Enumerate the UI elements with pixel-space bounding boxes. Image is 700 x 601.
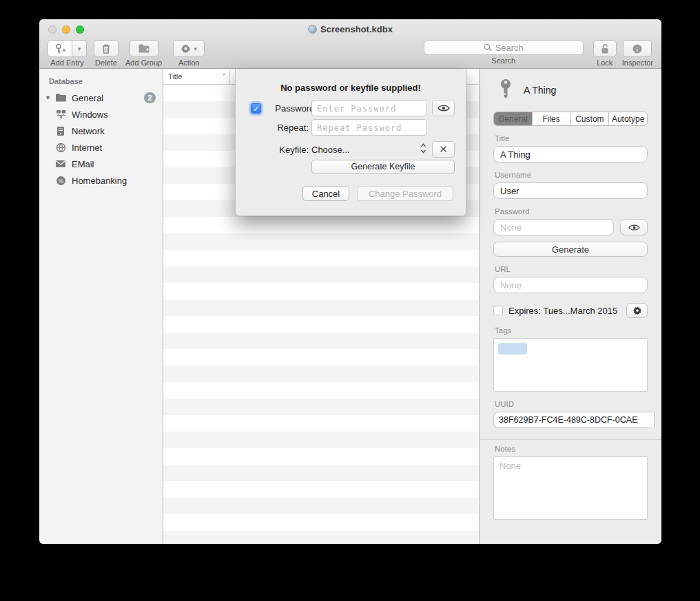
delete-label: Delete [95, 59, 117, 67]
percent-icon: % [54, 175, 67, 186]
sidebar-item-label: Internet [72, 143, 102, 153]
sidebar-item-label: General [72, 93, 103, 103]
enter-password-input[interactable] [311, 100, 427, 116]
entry-count-badge: 2 [144, 92, 156, 103]
sidebar-item-label: EMail [72, 159, 94, 169]
username-field[interactable] [493, 182, 648, 199]
reveal-password-button[interactable] [620, 219, 648, 235]
sidebar-item-label: Homebanking [72, 176, 127, 186]
add-group-label: Add Group [125, 59, 162, 67]
inspector-label: Inspector [622, 59, 653, 67]
inspector-panel: A Thing General Files Custom Autotype Ti… [480, 69, 661, 544]
svg-text:%: % [58, 177, 63, 184]
action-button[interactable]: ▾ [173, 40, 205, 57]
expires-checkbox[interactable] [493, 306, 503, 315]
gear-icon [181, 43, 191, 54]
tab-custom[interactable]: Custom [571, 112, 610, 125]
add-group-button[interactable] [130, 40, 158, 57]
tags-field[interactable] [493, 338, 648, 392]
key-icon [497, 78, 514, 102]
action-label: Action [178, 59, 200, 67]
url-field[interactable] [493, 277, 648, 293]
unlocked-padlock-icon [600, 43, 610, 54]
sidebar-item-general[interactable]: ▼ General 2 [39, 89, 163, 106]
add-entry-group: ▾ Add Entry [48, 40, 87, 67]
add-entry-dropdown[interactable]: ▾ [72, 40, 87, 57]
add-entry-label: Add Entry [50, 59, 83, 67]
lock-button[interactable] [593, 40, 617, 57]
sidebar-item-homebanking[interactable]: % Homebanking [39, 172, 163, 189]
globe-icon [54, 142, 67, 153]
generate-password-button[interactable]: Generate [493, 242, 648, 257]
title-field[interactable] [493, 146, 648, 162]
tab-autotype[interactable]: Autotype [609, 112, 647, 125]
notes-field[interactable]: None [493, 456, 648, 520]
uuid-field[interactable]: 38F629B7-FC4E-489C-8DCF-0CAE [493, 412, 655, 428]
server-icon [54, 125, 67, 136]
search-placeholder: Search [495, 43, 524, 53]
sidebar-item-label: Windows [72, 109, 108, 120]
tags-field-label: Tags [495, 326, 648, 335]
section-divider [480, 439, 661, 440]
sidebar: Database ▼ General 2 Windows Networ [39, 69, 163, 544]
repeat-password-input[interactable] [311, 119, 427, 136]
search-input[interactable]: Search [424, 40, 584, 55]
password-field[interactable] [493, 219, 614, 235]
sidebar-item-label: Network [72, 126, 105, 136]
username-field-label: Username [495, 171, 648, 179]
sidebar-item-internet[interactable]: Internet [39, 139, 163, 156]
sidebar-header: Database [39, 74, 163, 89]
keyfile-label: Keyfile: [248, 145, 309, 155]
column-header-title[interactable]: Title ⌃ [163, 72, 229, 81]
info-icon: i [632, 43, 643, 54]
cancel-button[interactable]: Cancel [302, 186, 349, 201]
eye-icon [438, 104, 450, 112]
close-x-icon: ✕ [439, 143, 448, 156]
search-icon [484, 43, 492, 52]
chevron-down-icon: ▾ [78, 45, 81, 52]
search-group: Search Search [424, 40, 584, 65]
add-entry-button[interactable] [48, 40, 72, 57]
sidebar-item-network[interactable]: Network [39, 123, 163, 139]
inspector-tabs: General Files Custom Autotype [493, 112, 648, 126]
reveal-password-button[interactable] [432, 100, 455, 116]
expires-label: Expires: Tues...March 2015 [508, 306, 621, 316]
inspector-button[interactable]: i [623, 40, 652, 57]
sidebar-item-windows[interactable]: Windows [39, 106, 163, 123]
keyfile-popup[interactable]: Choose... [311, 145, 350, 155]
delete-button[interactable] [94, 40, 119, 57]
delete-group: Delete [94, 40, 119, 67]
url-field-label: URL [495, 265, 648, 273]
sidebar-item-email[interactable]: EMail [39, 156, 163, 172]
generate-keyfile-button[interactable]: Generate Keyfile [311, 160, 455, 173]
folder-icon [54, 92, 67, 103]
stepper-icon[interactable] [420, 143, 426, 155]
eye-icon [628, 224, 640, 231]
expires-settings-button[interactable] [626, 303, 648, 318]
entry-title: A Thing [524, 85, 556, 96]
change-password-button[interactable]: Change Password [357, 186, 453, 201]
inspector-header: A Thing [497, 78, 648, 102]
add-group-group: Add Group [125, 40, 162, 67]
search-label: Search [491, 56, 515, 65]
inspector-group: i Inspector [622, 40, 653, 67]
tab-general[interactable]: General [494, 112, 533, 125]
repeat-label: Repeat: [248, 123, 309, 133]
chevron-down-icon: ▾ [194, 45, 197, 52]
expires-row: Expires: Tues...March 2015 [493, 303, 648, 318]
tab-files[interactable]: Files [533, 112, 571, 125]
password-field-label: Password [495, 207, 648, 215]
lock-group: Lock [593, 40, 617, 67]
window-title: Screenshot.kdbx [39, 24, 661, 34]
sort-ascending-icon: ⌃ [221, 73, 227, 80]
disclosure-triangle-icon[interactable]: ▼ [45, 94, 52, 101]
lock-label: Lock [597, 59, 612, 67]
notes-field-label: Notes [495, 445, 648, 453]
title-field-label: Title [495, 134, 648, 143]
action-group: ▾ Action [173, 40, 205, 67]
uuid-field-label: UUID [495, 400, 648, 408]
tag-pill[interactable] [498, 343, 527, 355]
clear-keyfile-button[interactable]: ✕ [432, 141, 455, 158]
folder-plus-icon [138, 43, 150, 54]
key-plus-icon [54, 43, 66, 54]
